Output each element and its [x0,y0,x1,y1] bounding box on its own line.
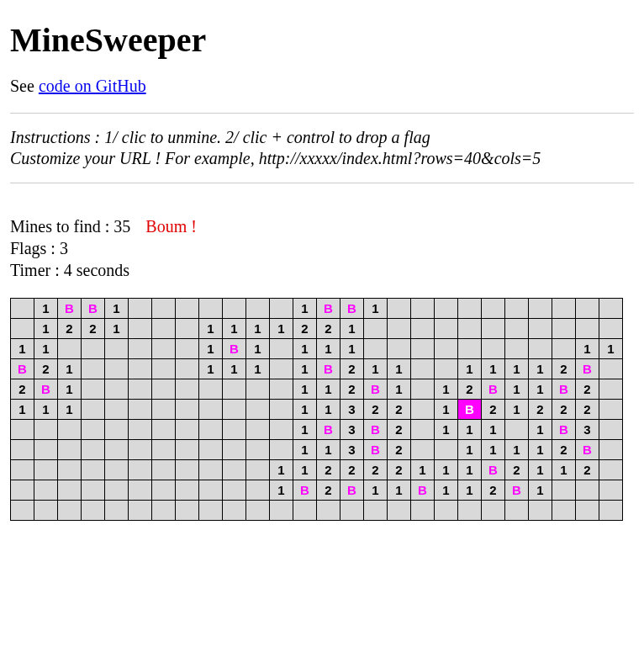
grid-cell[interactable]: 2 [458,379,482,400]
grid-cell[interactable] [176,359,199,379]
grid-cell[interactable]: B [505,480,529,501]
grid-cell[interactable] [11,440,34,460]
grid-cell[interactable] [58,420,82,440]
grid-cell[interactable] [223,440,246,460]
grid-cell[interactable]: 2 [552,440,576,460]
grid-cell[interactable]: 1 [317,440,340,460]
grid-cell[interactable]: B [317,359,340,379]
grid-cell[interactable] [199,400,223,420]
grid-cell[interactable] [105,480,129,501]
grid-cell[interactable] [599,299,623,319]
grid-cell[interactable] [129,440,152,460]
grid-cell[interactable]: 1 [435,379,458,400]
grid-cell[interactable]: 3 [340,420,364,440]
grid-cell[interactable] [599,359,623,379]
grid-cell[interactable] [435,319,458,339]
grid-cell[interactable]: 2 [482,400,505,420]
grid-cell[interactable] [223,379,246,400]
grid-cell[interactable] [223,501,246,521]
grid-cell[interactable]: 1 [34,339,58,359]
grid-cell[interactable] [105,420,129,440]
grid-cell[interactable] [435,299,458,319]
grid-cell[interactable]: 1 [505,400,529,420]
grid-cell[interactable] [246,440,270,460]
grid-cell[interactable] [599,501,623,521]
grid-cell[interactable] [270,420,293,440]
grid-cell[interactable] [482,501,505,521]
grid-cell[interactable] [176,299,199,319]
grid-cell[interactable] [58,339,82,359]
grid-cell[interactable] [105,440,129,460]
grid-cell[interactable] [576,319,599,339]
grid-cell[interactable] [152,359,176,379]
grid-cell[interactable]: 1 [11,339,34,359]
grid-cell[interactable]: B [576,440,599,460]
grid-cell[interactable]: 2 [388,460,411,480]
grid-cell[interactable]: B [482,460,505,480]
grid-cell[interactable]: 1 [388,379,411,400]
grid-cell[interactable]: 2 [552,359,576,379]
grid-cell[interactable]: 1 [505,379,529,400]
grid-cell[interactable]: B [364,379,388,400]
grid-cell[interactable]: B [223,339,246,359]
grid-cell[interactable] [505,501,529,521]
grid-cell[interactable] [435,501,458,521]
grid-cell[interactable] [411,400,435,420]
grid-cell[interactable] [82,440,105,460]
grid-cell[interactable] [552,299,576,319]
grid-cell[interactable] [82,480,105,501]
grid-cell[interactable]: 1 [529,480,552,501]
grid-cell[interactable]: 1 [246,359,270,379]
grid-cell[interactable] [576,501,599,521]
grid-cell[interactable]: 1 [317,339,340,359]
grid-cell[interactable]: 1 [458,480,482,501]
grid-cell[interactable] [246,299,270,319]
grid-cell[interactable]: B [364,440,388,460]
grid-cell[interactable] [129,420,152,440]
grid-cell[interactable] [129,460,152,480]
grid-cell[interactable] [105,400,129,420]
grid-cell[interactable]: 1 [435,480,458,501]
grid-cell[interactable]: 2 [340,460,364,480]
grid-cell[interactable] [176,339,199,359]
grid-cell[interactable] [152,299,176,319]
grid-cell[interactable] [364,339,388,359]
grid-cell[interactable] [176,440,199,460]
grid-cell[interactable] [246,420,270,440]
grid-cell[interactable]: B [317,420,340,440]
grid-cell[interactable]: 1 [58,379,82,400]
grid-cell[interactable]: 1 [293,359,317,379]
grid-cell[interactable] [270,400,293,420]
grid-cell[interactable] [388,501,411,521]
grid-cell[interactable]: 2 [388,400,411,420]
grid-cell[interactable]: 1 [482,440,505,460]
grid-cell[interactable]: 1 [435,420,458,440]
grid-cell[interactable] [552,501,576,521]
grid-cell[interactable] [176,460,199,480]
grid-cell[interactable]: 2 [340,359,364,379]
grid-cell[interactable]: 1 [223,319,246,339]
grid-cell[interactable] [599,440,623,460]
grid-cell[interactable] [505,339,529,359]
grid-cell[interactable] [11,501,34,521]
github-link[interactable]: code on GitHub [39,77,146,95]
grid-cell[interactable] [129,299,152,319]
grid-cell[interactable]: 1 [599,339,623,359]
grid-cell[interactable] [552,480,576,501]
grid-cell[interactable] [105,501,129,521]
grid-cell[interactable] [34,440,58,460]
grid-cell[interactable]: 1 [199,319,223,339]
grid-cell[interactable] [576,480,599,501]
grid-cell[interactable]: 1 [482,359,505,379]
grid-cell[interactable] [152,501,176,521]
grid-cell[interactable] [129,379,152,400]
grid-cell[interactable]: 2 [529,400,552,420]
grid-cell[interactable] [11,460,34,480]
grid-cell[interactable] [152,480,176,501]
grid-cell[interactable]: 3 [576,420,599,440]
minesweeper-grid[interactable]: 1BB11BB112211111221111B111111B211111B211… [10,298,623,521]
grid-cell[interactable] [152,420,176,440]
grid-cell[interactable] [105,379,129,400]
grid-cell[interactable] [270,440,293,460]
grid-cell[interactable] [458,299,482,319]
